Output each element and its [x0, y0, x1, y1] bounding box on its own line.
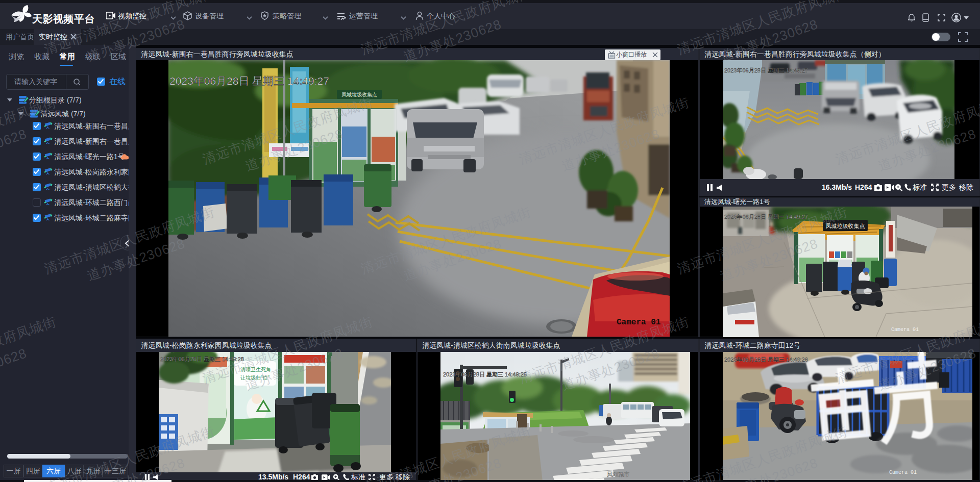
- svg-text:2023年06月28日 星期三 14:49:26: 2023年06月28日 星期三 14:49:26: [724, 357, 808, 363]
- svg-text:2023年06月28日 星期三 14:49:27: 2023年06月28日 星期三 14:49:27: [169, 75, 329, 87]
- svg-text:Camera 01: Camera 01: [617, 318, 660, 327]
- svg-text:凤城垃圾收集点: 凤城垃圾收集点: [826, 223, 865, 229]
- svg-text:2023年06月28日 星期三 14:49:27: 2023年06月28日 星期三 14:49:27: [724, 214, 808, 220]
- svg-text:Camera 01: Camera 01: [889, 470, 917, 475]
- svg-text:凤城垃圾收集点: 凤城垃圾收集点: [341, 92, 377, 97]
- svg-text:清理卫生死角: 清理卫生死角: [240, 367, 271, 372]
- svg-text:2023年06月28日 星期三 14:49:28: 2023年06月28日 星期三 14:49:28: [160, 356, 244, 362]
- svg-text:凤刘雅市: 凤刘雅市: [607, 471, 629, 477]
- svg-text:2023年06月28日 星期三 14:49:25: 2023年06月28日 星期三 14:49:25: [443, 371, 527, 377]
- svg-text:让垃圾归"位": 让垃圾归"位": [240, 375, 270, 380]
- svg-text:Camera 01: Camera 01: [891, 327, 919, 333]
- svg-text:2023年06月28日 星期三 14:49:27: 2023年06月28日 星期三 14:49:27: [724, 67, 808, 73]
